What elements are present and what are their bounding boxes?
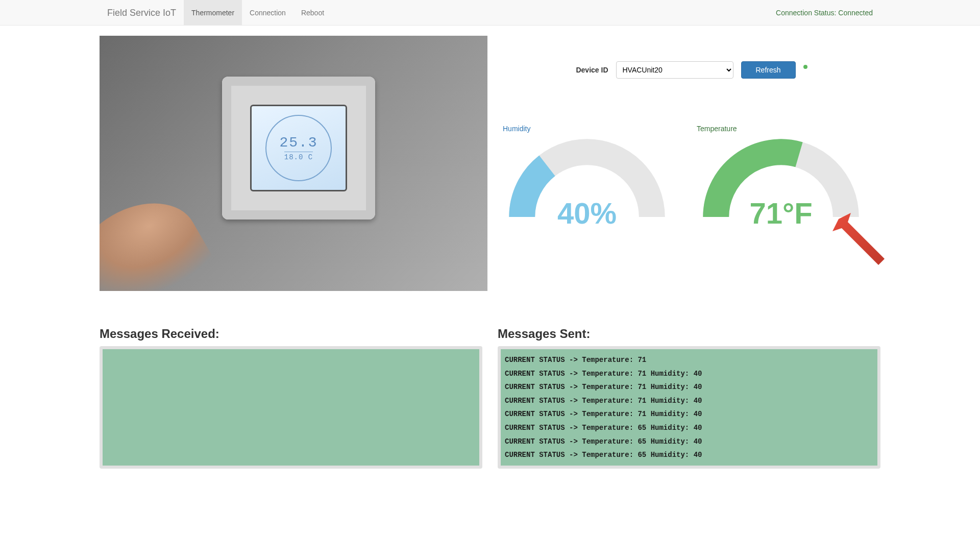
device-controls: Device ID HVACUnit20 Refresh bbox=[503, 61, 880, 79]
device-id-label: Device ID bbox=[576, 66, 608, 74]
device-id-select[interactable]: HVACUnit20 bbox=[616, 61, 733, 79]
tab-reboot-label: Reboot bbox=[293, 0, 332, 26]
sent-message-line: CURRENT STATUS -> Temperature: 65 Humidi… bbox=[505, 435, 873, 449]
sent-message-line: CURRENT STATUS -> Temperature: 71 Humidi… bbox=[505, 380, 873, 394]
tab-thermometer-label: Thermometer bbox=[184, 0, 242, 26]
photo-temp-big: 25.3 bbox=[279, 135, 317, 151]
refresh-button[interactable]: Refresh bbox=[741, 61, 796, 79]
temperature-value: 71°F bbox=[697, 196, 865, 230]
temperature-title: Temperature bbox=[697, 125, 865, 133]
temperature-gauge-block: Temperature 71°F bbox=[697, 125, 865, 225]
messages-received-title: Messages Received: bbox=[100, 327, 482, 341]
humidity-gauge-block: Humidity 40% bbox=[503, 125, 671, 225]
tab-reboot[interactable]: Reboot bbox=[293, 0, 332, 25]
connection-status: Connection Status: Connected bbox=[768, 1, 880, 25]
temperature-gauge: 71°F bbox=[697, 136, 865, 225]
sent-message-line: CURRENT STATUS -> Temperature: 71 bbox=[505, 353, 873, 367]
sent-message-line: CURRENT STATUS -> Temperature: 65 Humidi… bbox=[505, 421, 873, 435]
tab-connection-label: Connection bbox=[242, 0, 293, 26]
messages-sent-box[interactable]: CURRENT STATUS -> Temperature: 71CURRENT… bbox=[498, 346, 880, 469]
sent-message-line: CURRENT STATUS -> Temperature: 71 Humidi… bbox=[505, 407, 873, 421]
navbar: Field Service IoT Thermometer Connection… bbox=[0, 0, 980, 26]
tab-thermometer[interactable]: Thermometer bbox=[184, 0, 242, 25]
sent-message-line: CURRENT STATUS -> Temperature: 71 Humidi… bbox=[505, 367, 873, 381]
messages-received-box[interactable] bbox=[100, 346, 482, 469]
nav-tabs: Thermometer Connection Reboot bbox=[184, 0, 332, 25]
humidity-gauge: 40% bbox=[503, 136, 671, 225]
sent-message-line: CURRENT STATUS -> Temperature: 65 Humidi… bbox=[505, 448, 873, 462]
brand: Field Service IoT bbox=[100, 0, 184, 26]
humidity-value: 40% bbox=[503, 196, 671, 230]
thermostat-photo: 25.3 18.0 C bbox=[100, 36, 487, 291]
status-indicator-dot bbox=[803, 65, 807, 69]
sent-message-line: CURRENT STATUS -> Temperature: 71 Humidi… bbox=[505, 394, 873, 408]
humidity-title: Humidity bbox=[503, 125, 671, 133]
photo-temp-small: 18.0 C bbox=[284, 152, 313, 161]
messages-sent-title: Messages Sent: bbox=[498, 327, 880, 341]
tab-connection[interactable]: Connection bbox=[242, 0, 293, 25]
